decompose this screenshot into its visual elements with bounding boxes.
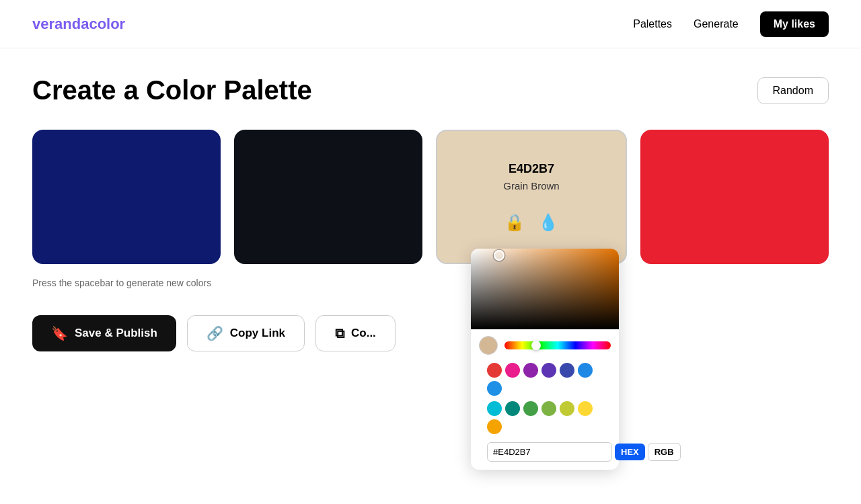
page-header: Create a Color Palette Random bbox=[32, 75, 829, 106]
lock-icon[interactable]: 🔒 bbox=[504, 213, 525, 232]
logo-accent: color bbox=[89, 15, 125, 32]
copy2-label: Co... bbox=[351, 327, 376, 340]
page-title: Create a Color Palette bbox=[32, 75, 312, 106]
preset-color-dot[interactable] bbox=[487, 363, 502, 378]
picker-gradient-canvas[interactable] bbox=[471, 249, 619, 329]
link-icon: 🔗 bbox=[207, 325, 223, 341]
swatch-action-icons: 🔒 💧 bbox=[504, 213, 558, 232]
my-likes-button[interactable]: My likes bbox=[760, 11, 829, 37]
copy-button[interactable]: ⧉ Co... bbox=[315, 315, 396, 351]
hint-text: Press the spacebar to generate new color… bbox=[32, 278, 829, 288]
bookmark-icon: 🔖 bbox=[51, 325, 68, 341]
preset-row-1 bbox=[479, 360, 611, 378]
swatch-name: Grain Brown bbox=[503, 180, 559, 192]
swatches-row: E4D2B7 Grain Brown 🔒 💧 bbox=[32, 130, 829, 264]
action-row: 🔖 Save & Publish 🔗 Copy Link ⧉ Co... bbox=[32, 315, 829, 351]
hue-slider[interactable] bbox=[504, 341, 611, 349]
preset-color-dot[interactable] bbox=[523, 363, 538, 378]
logo[interactable]: verandacolor bbox=[32, 15, 125, 33]
copy-label: Copy Link bbox=[230, 327, 285, 340]
droplet-icon[interactable]: 💧 bbox=[538, 213, 558, 232]
swatch-hex: E4D2B7 bbox=[509, 162, 554, 176]
preset-color-dot[interactable] bbox=[578, 363, 593, 378]
copy-link-button[interactable]: 🔗 Copy Link bbox=[187, 315, 305, 351]
color-picker-popup: HEX RGB bbox=[471, 249, 619, 378]
preset-color-dot[interactable] bbox=[505, 363, 520, 378]
random-button[interactable]: Random bbox=[757, 77, 829, 104]
nav-palettes[interactable]: Palettes bbox=[633, 18, 672, 30]
preset-color-dot[interactable] bbox=[541, 363, 556, 378]
save-publish-button[interactable]: 🔖 Save & Publish bbox=[32, 315, 176, 351]
save-label: Save & Publish bbox=[75, 327, 157, 340]
nav-right: Palettes Generate My likes bbox=[633, 11, 829, 37]
hue-thumb[interactable] bbox=[531, 341, 541, 350]
swatch-2[interactable] bbox=[234, 130, 422, 264]
picker-controls: HEX RGB bbox=[471, 329, 619, 378]
preset-color-dot[interactable] bbox=[560, 363, 574, 378]
logo-text: veranda bbox=[32, 15, 89, 32]
current-color-circle bbox=[479, 336, 498, 355]
copy-icon: ⧉ bbox=[335, 326, 344, 341]
color-preview-row bbox=[479, 336, 611, 355]
nav-generate[interactable]: Generate bbox=[694, 18, 739, 30]
swatch-3[interactable]: E4D2B7 Grain Brown 🔒 💧 bbox=[436, 130, 627, 264]
swatch-4[interactable] bbox=[640, 130, 829, 264]
picker-cursor[interactable] bbox=[494, 250, 504, 261]
swatch-1[interactable] bbox=[32, 130, 221, 264]
